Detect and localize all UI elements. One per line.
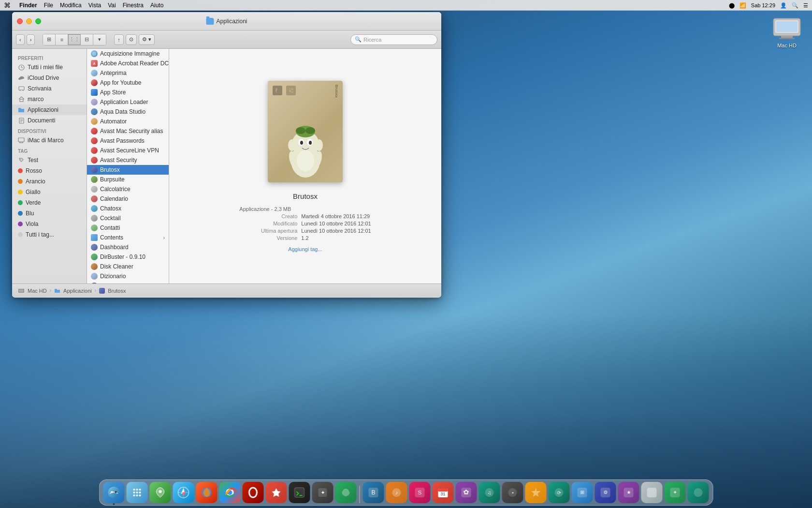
dock-app-dark2[interactable]: ⋆ [502,482,523,503]
file-item[interactable]: Application Loader [87,97,169,107]
gallery-view-button[interactable]: ⊟ [81,34,93,45]
dock-app-teal3[interactable] [688,482,709,503]
apple-menu[interactable]: ⌘ [4,1,11,9]
forward-button[interactable]: › [27,34,35,45]
sidebar-item-tag-rosso[interactable]: Rosso [12,165,87,176]
file-item-brutosx[interactable]: Brutosx [87,165,169,175]
view-menu[interactable]: Vista [88,2,101,9]
dock-firefox[interactable] [196,482,218,503]
file-item[interactable]: Acquisizione Immagine [87,49,169,59]
file-item[interactable]: Calendario [87,194,169,204]
file-item[interactable]: Anteprima [87,68,169,78]
file-item[interactable]: Cocktail [87,213,169,223]
file-item[interactable]: Contents › [87,233,169,242]
dock-app-blue1[interactable]: B [363,482,384,503]
file-item[interactable]: Calcolatrice [87,184,169,194]
menubar-list-icon[interactable]: ☰ [803,2,808,9]
help-menu[interactable]: Aiuto [150,2,163,9]
sidebar-item-all-tags[interactable]: Tutti i tag... [12,229,87,240]
column-view-button[interactable]: ⋮⋮ [68,34,81,45]
dock-launchpad[interactable] [127,482,148,503]
search-bar[interactable]: 🔍 Ricerca [350,34,437,45]
window-menu[interactable]: Finestra [123,2,144,9]
sidebar-item-tag-verde[interactable]: Verde [12,197,87,208]
file-item[interactable]: Dizionario [87,271,169,281]
file-name: App Store [100,89,126,96]
dock-app-green2[interactable]: ✦ [665,482,686,503]
minimize-button[interactable] [26,18,32,24]
file-item[interactable]: A Adobe Acrobat Reader DC [87,59,169,68]
dock-safari[interactable] [173,482,194,503]
action-button[interactable]: ⚙ ▾ [139,34,155,45]
dock-app-red1[interactable] [266,482,287,503]
file-item[interactable]: Burpsuite [87,175,169,184]
sidebar-item-imac[interactable]: iMac di Marco [12,135,87,146]
dock-app-green1[interactable] [335,482,357,503]
menubar-extra-icon1[interactable]: ⬤ [729,2,735,9]
dock-app-light1[interactable] [641,482,663,503]
dock-app-orange1[interactable]: ♪ [386,482,407,503]
dock-finder[interactable] [103,482,125,503]
dock-maps[interactable] [150,482,171,503]
file-item[interactable]: Dashboard [87,242,169,252]
coverflow-button[interactable]: ▾ [93,34,106,45]
dock-app-dark1[interactable]: ✦ [312,482,334,503]
dock-terminal[interactable] [289,482,310,503]
statusbar: Mac HD › Applicazioni › Brutosx [12,284,441,297]
dock-opera[interactable] [243,482,264,503]
menubar-user-icon[interactable]: 👤 [780,2,787,9]
icon-view-button[interactable]: ⊞ [43,34,56,45]
sidebar-item-documenti[interactable]: Documenti [12,115,87,126]
sidebar-item-tag-viola[interactable]: Viola [12,219,87,229]
dock-app-purple1[interactable]: ✿ [456,482,477,503]
desktop-hd[interactable]: Mac HD [771,15,802,48]
file-item[interactable]: Avast Mac Security alias [87,126,169,136]
breadcrumb-brutosx[interactable]: Brutosx [108,288,126,294]
dock-app-pink1[interactable]: S [409,482,431,503]
dock-app-blue2[interactable]: ⊞ [572,482,593,503]
menubar-wifi-icon[interactable]: 📶 [740,2,746,9]
dock-app-purple2[interactable]: ★ [618,482,639,503]
dock-app-teal1[interactable]: ♫ [479,482,500,503]
file-item[interactable]: DirBuster - 0.9.10 [87,252,169,262]
close-button[interactable] [17,18,23,24]
dock-app-indigo1[interactable]: ⚙ [595,482,616,503]
file-item[interactable]: Contatti [87,223,169,233]
edit-menu[interactable]: Modifica [60,2,82,9]
menubar-search-icon[interactable]: 🔍 [792,2,798,9]
back-button[interactable]: ‹ [16,34,25,45]
sidebar-item-scrivania[interactable]: Scrivania [12,83,87,94]
file-item[interactable]: Disk Cleaner [87,262,169,271]
finder-menu[interactable]: Finder [19,2,37,9]
sidebar-item-tag-giallo[interactable]: Giallo [12,187,87,197]
share-button[interactable]: ↑ [114,34,124,45]
sidebar-item-icloud[interactable]: iCloud Drive [12,73,87,83]
breadcrumb-machd[interactable]: Mac HD [28,288,47,294]
file-item[interactable]: Avast SecureLine VPN [87,146,169,155]
sidebar-item-applicazioni[interactable]: Applicazioni [12,105,87,115]
breadcrumb-applicazioni[interactable]: Applicazioni [63,288,92,294]
file-item[interactable]: App Store [87,88,169,97]
dock-app-teal2[interactable]: ⟳ [549,482,570,503]
sidebar-item-all-files[interactable]: Tutti i miei file [12,62,87,73]
file-menu[interactable]: File [44,2,53,9]
maximize-button[interactable] [35,18,41,24]
file-item[interactable]: Avast Passwords [87,136,169,146]
sidebar-item-tag-arancio[interactable]: Arancio [12,176,87,187]
sidebar-item-marco[interactable]: marco [12,94,87,105]
tag-button[interactable]: ⊙ [126,34,137,45]
dock-chrome[interactable] [219,482,241,503]
dock-app-yellow1[interactable] [525,482,547,503]
file-item[interactable]: Chatosx [87,204,169,213]
file-item[interactable]: Dungeons_a....Dragonshard [87,281,169,284]
go-menu[interactable]: Vai [108,2,116,9]
dock-calendar[interactable]: 31 [433,482,454,503]
list-view-button[interactable]: ≡ [56,34,68,45]
file-item[interactable]: App for Youtube [87,78,169,88]
sidebar-item-tag-test[interactable]: Test [12,155,87,165]
sidebar-item-tag-blu[interactable]: Blu [12,208,87,219]
file-item[interactable]: Avast Security [87,155,169,165]
add-tag-link[interactable]: Aggiungi tag... [288,246,322,252]
file-item[interactable]: Aqua Data Studio [87,107,169,117]
file-item[interactable]: Automator [87,117,169,126]
